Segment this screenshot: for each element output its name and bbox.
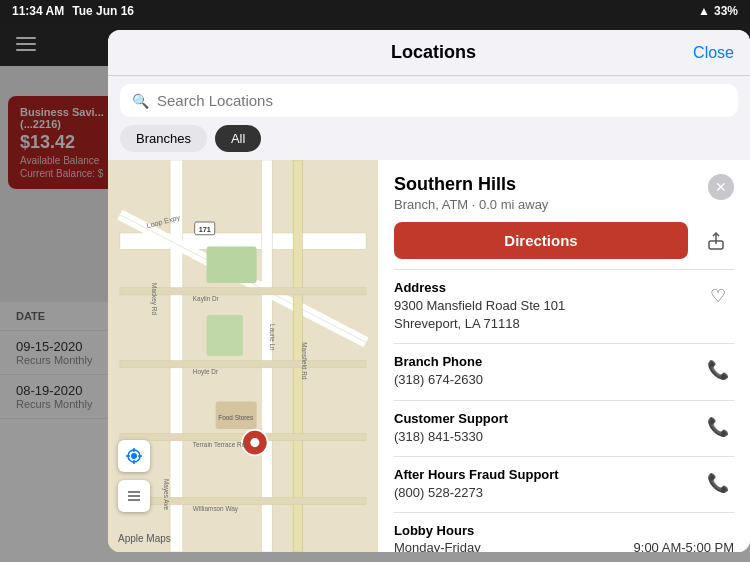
search-icon: 🔍 xyxy=(132,93,149,109)
svg-text:Food Stores: Food Stores xyxy=(218,414,253,421)
search-input[interactable] xyxy=(157,92,726,109)
svg-rect-3 xyxy=(261,160,272,552)
address-line1: 9300 Mansfield Road Ste 101 xyxy=(394,297,565,315)
customer-support-value: (318) 841-5330 xyxy=(394,428,508,446)
svg-rect-15 xyxy=(207,315,243,356)
right-panel: Southern Hills Branch, ATM · 0.0 mi away… xyxy=(378,160,750,552)
svg-rect-6 xyxy=(293,160,302,552)
battery-icon: 33% xyxy=(714,4,738,18)
lobby-hours-section: Lobby Hours Monday-Friday 9:00 AM-5:00 P… xyxy=(378,513,750,552)
phone-icon-3[interactable]: 📞 xyxy=(702,467,734,499)
svg-point-28 xyxy=(131,453,137,459)
svg-text:Williamson Way: Williamson Way xyxy=(193,505,239,513)
svg-text:Mansfield Rd: Mansfield Rd xyxy=(301,342,308,380)
phone-icon-1[interactable]: 📞 xyxy=(702,354,734,386)
svg-point-19 xyxy=(250,438,259,447)
phone-icon-2[interactable]: 📞 xyxy=(702,411,734,443)
list-view-button[interactable] xyxy=(118,480,150,512)
svg-rect-10 xyxy=(120,497,366,504)
location-header: Southern Hills Branch, ATM · 0.0 mi away… xyxy=(378,160,750,212)
location-subtitle: Branch, ATM · 0.0 mi away xyxy=(394,197,548,212)
map-area: 171 Loop Expy Food Stores Mackey Rd xyxy=(108,160,378,552)
lobby-weekday-label: Monday-Friday xyxy=(394,540,481,552)
fraud-support-label: After Hours Fraud Support xyxy=(394,467,559,482)
address-section: Address 9300 Mansfield Road Ste 101 Shre… xyxy=(378,270,750,343)
lobby-hours-label: Lobby Hours xyxy=(394,523,734,538)
address-line2: Shreveport, LA 71118 xyxy=(394,315,565,333)
location-detail: Southern Hills Branch, ATM · 0.0 mi away… xyxy=(378,160,750,552)
tab-branches[interactable]: Branches xyxy=(120,125,207,152)
fraud-support-section: After Hours Fraud Support (800) 528-2273… xyxy=(378,457,750,512)
tab-bar: Branches All xyxy=(108,125,750,160)
location-name: Southern Hills xyxy=(394,174,548,195)
lobby-weekday-time: 9:00 AM-5:00 PM xyxy=(634,540,734,552)
status-bar: 11:34 AM Tue Jun 16 ▲ 33% xyxy=(0,0,750,22)
locations-modal: Locations Close 🔍 Branches All xyxy=(108,30,750,552)
location-button[interactable] xyxy=(118,440,150,472)
fraud-support-value: (800) 528-2273 xyxy=(394,484,559,502)
map-controls xyxy=(118,440,150,512)
apple-maps-label: Apple Maps xyxy=(118,533,171,544)
svg-text:Terrain Terrace Rd: Terrain Terrace Rd xyxy=(193,441,246,448)
search-bar: 🔍 xyxy=(108,76,750,125)
modal-header: Locations Close xyxy=(108,30,750,76)
modal-title: Locations xyxy=(391,42,476,63)
svg-text:Mackey Rd: Mackey Rd xyxy=(150,283,158,315)
share-button[interactable] xyxy=(698,223,734,259)
modal-close-button[interactable]: Close xyxy=(693,44,734,62)
branch-phone-label: Branch Phone xyxy=(394,354,483,369)
svg-text:171: 171 xyxy=(199,225,211,234)
svg-text:Laurie Ln: Laurie Ln xyxy=(269,324,276,351)
svg-text:Mayes Ave: Mayes Ave xyxy=(162,479,170,511)
address-label: Address xyxy=(394,280,565,295)
svg-text:Hoyte Dr: Hoyte Dr xyxy=(193,368,219,376)
customer-support-label: Customer Support xyxy=(394,411,508,426)
status-time: 11:34 AM xyxy=(12,4,64,18)
directions-button[interactable]: Directions xyxy=(394,222,688,259)
status-date: Tue Jun 16 xyxy=(72,4,134,18)
branch-phone-value: (318) 674-2630 xyxy=(394,371,483,389)
branch-phone-section: Branch Phone (318) 674-2630 📞 xyxy=(378,344,750,399)
wifi-icon: ▲ xyxy=(698,4,710,18)
svg-text:Kaylin Dr: Kaylin Dr xyxy=(193,295,220,303)
tab-all[interactable]: All xyxy=(215,125,261,152)
heart-icon[interactable]: ♡ xyxy=(702,280,734,312)
close-detail-button[interactable]: ✕ xyxy=(708,174,734,200)
modal-content: 171 Loop Expy Food Stores Mackey Rd xyxy=(108,160,750,552)
search-input-wrap: 🔍 xyxy=(120,84,738,117)
svg-rect-14 xyxy=(207,247,257,283)
customer-support-section: Customer Support (318) 841-5330 📞 xyxy=(378,401,750,456)
svg-rect-8 xyxy=(120,361,366,368)
location-actions: Directions xyxy=(378,212,750,269)
